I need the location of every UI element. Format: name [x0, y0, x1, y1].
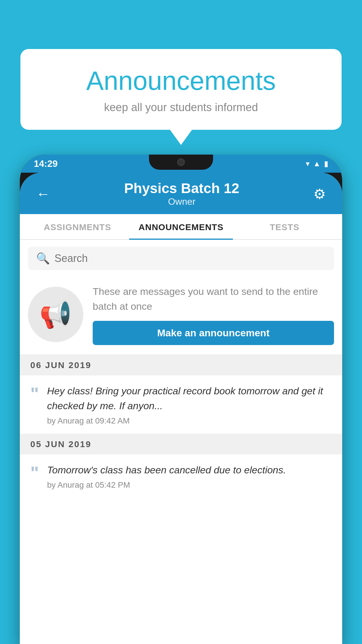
status-time: 14:29	[34, 158, 58, 169]
app-content: ← Physics Batch 12 Owner ⚙ ASSIGNMENTS A…	[20, 173, 342, 644]
date-header-1: 06 JUN 2019	[20, 355, 342, 375]
app-header: ← Physics Batch 12 Owner ⚙	[20, 173, 342, 214]
header-center: Physics Batch 12 Owner	[124, 181, 239, 207]
scroll-content: 🔍 📢 These are messages you want to send …	[20, 240, 342, 644]
promo-right: These are messages you want to send to t…	[93, 284, 334, 345]
speech-bubble: Announcements keep all your students inf…	[20, 49, 342, 130]
tabs-container: ASSIGNMENTS ANNOUNCEMENTS TESTS	[20, 214, 342, 240]
search-input[interactable]	[55, 252, 326, 265]
search-bar[interactable]: 🔍	[28, 247, 334, 270]
announcement-body-1: Hey class! Bring your practical record b…	[47, 384, 334, 426]
battery-icon: ▮	[324, 159, 328, 168]
announcement-meta-2: by Anurag at 05:42 PM	[47, 480, 334, 490]
promo-text: These are messages you want to send to t…	[93, 284, 334, 314]
announcement-item-2[interactable]: " Tomorrow's class has been cancelled du…	[20, 454, 342, 498]
camera	[177, 158, 185, 166]
back-button[interactable]: ←	[34, 183, 52, 204]
make-announcement-button[interactable]: Make an announcement	[93, 321, 334, 345]
status-icons: ▾ ▲ ▮	[306, 159, 328, 168]
settings-button[interactable]: ⚙	[311, 183, 328, 204]
announcement-text-1: Hey class! Bring your practical record b…	[47, 384, 334, 413]
search-icon: 🔍	[36, 252, 50, 265]
announcement-text-2: Tomorrow's class has been cancelled due …	[47, 463, 334, 477]
tab-announcements[interactable]: ANNOUNCEMENTS	[129, 214, 233, 239]
wifi-icon: ▾	[306, 159, 310, 168]
promo-icon-circle: 📢	[28, 287, 83, 342]
bubble-title: Announcements	[38, 66, 324, 95]
date-header-2: 05 JUN 2019	[20, 434, 342, 454]
bubble-subtitle: keep all your students informed	[38, 101, 324, 114]
signal-icon: ▲	[313, 159, 321, 168]
announcement-body-2: Tomorrow's class has been cancelled due …	[47, 463, 334, 490]
notch	[149, 155, 213, 170]
announcement-meta-1: by Anurag at 09:42 AM	[47, 416, 334, 426]
batch-role: Owner	[124, 196, 239, 207]
tab-tests[interactable]: TESTS	[233, 214, 336, 239]
quote-icon-1: "	[30, 385, 39, 403]
tab-assignments[interactable]: ASSIGNMENTS	[26, 214, 129, 239]
batch-title: Physics Batch 12	[124, 181, 239, 196]
phone-frame: 14:29 ▾ ▲ ▮ ← Physics Batch 12 Owner ⚙ A…	[20, 155, 342, 644]
megaphone-icon: 📢	[39, 299, 72, 330]
announcement-item-1[interactable]: " Hey class! Bring your practical record…	[20, 375, 342, 434]
quote-icon-2: "	[30, 464, 39, 482]
announcement-promo: 📢 These are messages you want to send to…	[20, 276, 342, 355]
